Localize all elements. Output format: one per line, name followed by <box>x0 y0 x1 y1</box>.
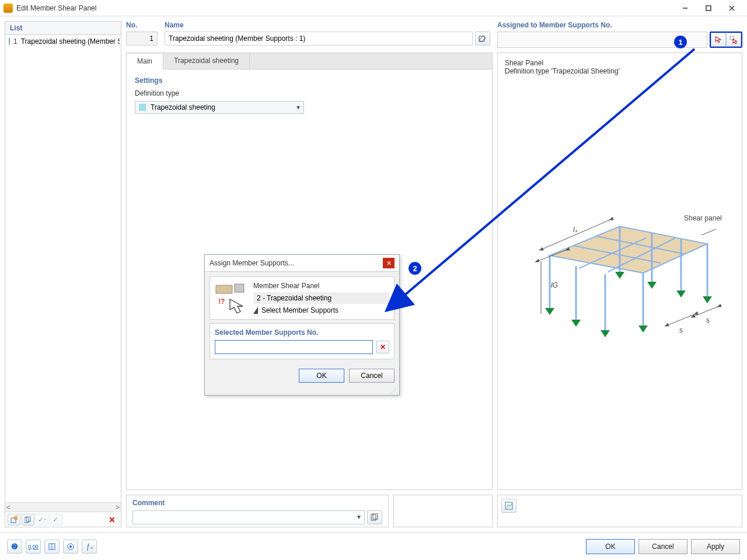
view-button[interactable] <box>63 540 78 554</box>
no-value: 1 <box>126 32 158 46</box>
svg-point-37 <box>69 545 72 548</box>
preview-subtitle: Definition type 'Trapezoidal Sheeting' <box>505 67 735 75</box>
delete-item-button[interactable]: ✕ <box>106 514 118 526</box>
preview-label-lg: lG <box>551 281 558 289</box>
close-button[interactable] <box>720 0 743 16</box>
svg-text:!?: !? <box>218 298 225 306</box>
svg-rect-1 <box>706 6 711 10</box>
preview-image: Shear panel lₛ lG s s <box>505 80 735 484</box>
dialog-footer: ➋ 0,00 ƒₓ OK Cancel Apply <box>0 532 747 560</box>
assign-line3: Select Member Supports <box>261 306 338 314</box>
exclude-button[interactable]: ✓- <box>50 514 62 526</box>
svg-marker-23 <box>545 308 554 315</box>
preview-toolbar-panel <box>497 495 742 527</box>
assign-info-box: !? Member Shear Panel 2 - Trapezoidal sh… <box>210 276 395 320</box>
triangle-icon <box>253 307 258 314</box>
svg-marker-27 <box>615 272 624 279</box>
no-label: No. <box>126 21 158 29</box>
maximize-button[interactable] <box>697 0 720 16</box>
assign-dialog-close-button[interactable]: ✕ <box>383 258 395 268</box>
new-item-button[interactable] <box>8 514 20 526</box>
chevron-down-icon: ▾ <box>296 103 300 111</box>
name-label: Name <box>165 21 490 29</box>
edit-name-button[interactable] <box>475 32 490 46</box>
app-icon <box>4 4 13 13</box>
name-input[interactable]: Trapezoidal sheeting (Member Supports : … <box>165 32 473 46</box>
preview-title: Shear Panel <box>505 59 735 67</box>
assign-dialog-title: Assign Member Supports... <box>210 259 383 267</box>
list-item-label: Trapezoidal sheeting (Member S <box>21 37 120 46</box>
assign-cancel-button[interactable]: Cancel <box>349 369 395 383</box>
assigned-label: Assigned to Member Supports No. <box>497 21 742 29</box>
definition-type-label: Definition type <box>135 89 484 97</box>
select-individually-button[interactable] <box>711 33 726 47</box>
comment-library-button[interactable] <box>367 510 382 524</box>
tab-main[interactable]: Main <box>127 54 163 69</box>
ok-button[interactable]: OK <box>586 539 635 554</box>
color-swatch <box>139 104 146 111</box>
chevron-down-icon: ▾ <box>357 513 361 522</box>
script-button[interactable]: ƒₓ <box>82 540 97 554</box>
svg-marker-26 <box>638 326 648 332</box>
clear-selection-button[interactable]: ✕ <box>376 341 389 354</box>
units-button[interactable]: 0,00 <box>26 540 41 554</box>
definition-type-value: Trapezoidal sheeting <box>151 103 296 111</box>
model-button[interactable] <box>44 540 60 554</box>
tab-trapezoidal-sheeting[interactable]: Trapezoidal sheeting <box>163 53 250 69</box>
toggle-preview-button[interactable] <box>501 499 516 513</box>
assign-pick-buttons <box>710 32 742 48</box>
assign-selected-box: Selected Member Supports No. ✕ <box>210 323 395 359</box>
spare-panel <box>393 495 493 527</box>
assign-illustration-icon: !? <box>215 282 247 313</box>
apply-button[interactable]: Apply <box>691 539 740 554</box>
svg-marker-29 <box>676 290 686 298</box>
window-titlebar: Edit Member Shear Panel <box>0 0 747 16</box>
select-window-button[interactable] <box>726 33 741 47</box>
list-item-number: 1 <box>13 37 18 46</box>
preview-label-s2: s <box>706 316 710 324</box>
preview-label-s1: s <box>679 326 683 334</box>
selected-supports-input[interactable] <box>215 340 373 354</box>
list-header: List <box>5 22 121 35</box>
assign-member-supports-dialog: Assign Member Supports... ✕ !? Member Sh… <box>204 254 400 396</box>
color-swatch <box>9 38 10 45</box>
list-body: 1 Trapezoidal sheeting (Member S <box>5 35 121 502</box>
comment-input[interactable]: ▾ <box>132 510 365 524</box>
svg-marker-25 <box>601 330 610 337</box>
svg-rect-5 <box>15 516 18 519</box>
svg-rect-38 <box>216 285 232 293</box>
svg-marker-30 <box>703 296 712 303</box>
list-panel: List 1 Trapezoidal sheeting (Member S <>… <box>5 21 121 527</box>
callout-badge-2: 2 <box>409 262 421 275</box>
assign-line1: Member Shear Panel <box>253 282 389 290</box>
assign-line2: 2 - Trapezoidal sheeting <box>253 292 389 304</box>
comment-label: Comment <box>132 499 382 507</box>
resize-grip[interactable]: ⋰ <box>205 387 399 395</box>
preview-label-shear-panel: Shear panel <box>684 214 722 222</box>
svg-marker-24 <box>571 320 581 327</box>
list-toolbar: ✓+ ✓- ✕ <box>5 512 121 527</box>
comment-panel: Comment ▾ <box>126 495 389 527</box>
minimize-button[interactable] <box>673 0 697 16</box>
copy-item-button[interactable] <box>22 514 34 526</box>
list-horizontal-scrollbar[interactable]: <> <box>5 502 121 512</box>
svg-rect-39 <box>235 284 244 292</box>
preview-panel: Shear Panel Definition type 'Trapezoidal… <box>497 52 742 490</box>
comment-value <box>137 513 357 522</box>
preview-label-ls: lₛ <box>573 226 578 234</box>
help-button[interactable]: ➋ <box>7 540 22 554</box>
settings-title: Settings <box>135 76 484 85</box>
list-item[interactable]: 1 Trapezoidal sheeting (Member S <box>6 36 120 47</box>
svg-marker-28 <box>647 282 657 289</box>
cancel-button[interactable]: Cancel <box>638 539 687 554</box>
svg-rect-33 <box>505 502 512 509</box>
assign-ok-button[interactable]: OK <box>299 369 344 383</box>
include-button[interactable]: ✓+ <box>36 514 48 526</box>
selected-supports-label: Selected Member Supports No. <box>215 328 389 337</box>
callout-badge-1: 1 <box>674 36 687 48</box>
definition-type-select[interactable]: Trapezoidal sheeting ▾ <box>135 101 304 114</box>
window-title: Edit Member Shear Panel <box>16 4 673 12</box>
